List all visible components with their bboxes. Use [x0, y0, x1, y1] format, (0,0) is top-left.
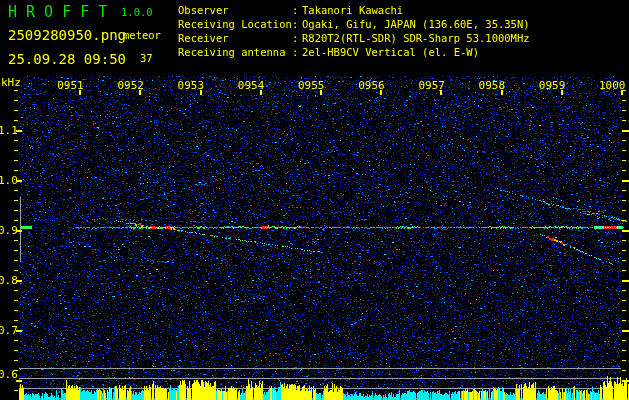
- capture-timestamp: 25.09.28 09:50: [8, 52, 126, 67]
- freq-tick-label: 1.1: [0, 124, 17, 137]
- info-row: Receiving antenna:2el-HB9CV Vertical (el…: [178, 45, 530, 59]
- info-row-value: Ogaki, Gifu, JAPAN (136.60E, 35.35N): [302, 17, 530, 31]
- freq-tick-label: 1.0: [0, 174, 17, 187]
- info-row-label: Receiving antenna: [178, 45, 292, 59]
- time-tick-label: 0958: [479, 79, 509, 92]
- time-tick-label: 0957: [418, 79, 448, 92]
- station-info: Observer:Takanori KawachiReceiving Locat…: [178, 3, 530, 59]
- info-row-value: 2el-HB9CV Vertical (el. E-W): [302, 45, 479, 59]
- time-tick-label: 0953: [178, 79, 208, 92]
- info-row-label: Receiver: [178, 31, 292, 45]
- meteor-counter-label: meteor: [123, 30, 161, 42]
- khz-axis-label: kHz: [1, 77, 21, 89]
- info-row-separator: :: [292, 45, 302, 59]
- info-row-value: Takanori Kawachi: [302, 3, 403, 17]
- info-row-value: R820T2(RTL-SDR) SDR-Sharp 53.1000MHz: [302, 31, 530, 45]
- freq-tick-label: 0.6: [0, 368, 17, 381]
- freq-tick-label: 0.8: [0, 274, 17, 287]
- freq-tick-label: 0.7: [0, 324, 17, 337]
- file-name: 2509280950.png: [8, 28, 126, 43]
- time-tick-label: 1000: [599, 79, 629, 92]
- info-row-separator: :: [292, 3, 302, 17]
- info-row: Observer:Takanori Kawachi: [178, 3, 530, 17]
- freq-tick-label: 0.9: [0, 224, 17, 237]
- time-tick-label: 0956: [358, 79, 388, 92]
- info-row-separator: :: [292, 17, 302, 31]
- info-row-label: Observer: [178, 3, 292, 17]
- hrofft-screen: H R O F F T 1.0.0 2509280950.png meteor …: [0, 0, 629, 400]
- info-row: Receiving Location:Ogaki, Gifu, JAPAN (1…: [178, 17, 530, 31]
- meteor-counter-value: 37: [140, 53, 153, 65]
- info-row: Receiver:R820T2(RTL-SDR) SDR-Sharp 53.10…: [178, 31, 530, 45]
- info-row-label: Receiving Location: [178, 17, 292, 31]
- time-tick-label: 0955: [298, 79, 328, 92]
- info-row-separator: :: [292, 31, 302, 45]
- time-tick-label: 0959: [539, 79, 569, 92]
- app-title: H R O F F T: [8, 4, 107, 21]
- time-tick-label: 0951: [57, 79, 87, 92]
- time-tick-label: 0954: [238, 79, 268, 92]
- time-tick-label: 0952: [117, 79, 147, 92]
- app-version: 1.0.0: [121, 7, 153, 19]
